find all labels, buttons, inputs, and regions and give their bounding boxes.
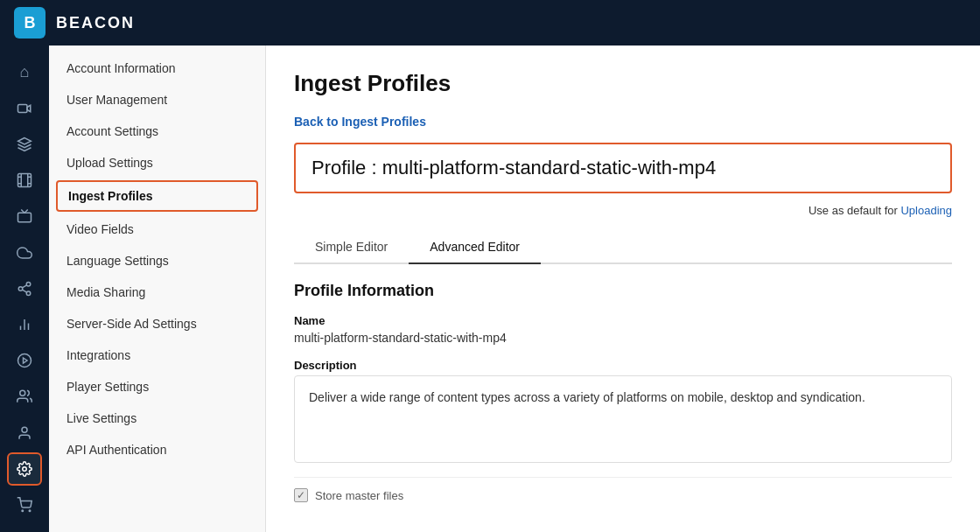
sidebar-icon-layers[interactable] [7, 128, 42, 160]
store-master-checkbox[interactable]: ✓ [294, 488, 308, 502]
checkmark-icon: ✓ [297, 489, 305, 501]
sidebar-item-account-information[interactable]: Account Information [49, 52, 265, 84]
sidebar-item-live-settings[interactable]: Live Settings [49, 402, 265, 434]
name-value: multi-platform-standard-static-with-mp4 [294, 331, 952, 345]
logo-icon: B [14, 7, 46, 38]
svg-point-24 [29, 510, 31, 512]
sidebar-icon-settings[interactable] [7, 452, 42, 485]
tab-advanced-editor[interactable]: Advanced Editor [409, 231, 541, 264]
sidebar-icon-users[interactable] [7, 381, 42, 413]
logo-text: BEACON [56, 14, 135, 32]
back-link[interactable]: Back to Ingest Profiles [294, 115, 952, 129]
svg-point-23 [22, 510, 24, 512]
store-master-label: Store master files [315, 489, 403, 502]
svg-marker-1 [18, 138, 32, 145]
sidebar-icon-cart[interactable] [7, 489, 42, 522]
sidebar-icon-analytics[interactable] [7, 308, 42, 340]
top-nav: B BEACON [0, 0, 980, 46]
sidebar-item-account-settings[interactable]: Account Settings [49, 116, 265, 147]
sidebar-icon-tv[interactable] [7, 200, 42, 233]
sidebar-item-api-authentication[interactable]: API Authentication [49, 434, 265, 466]
main-layout: ⌂ [0, 46, 980, 532]
svg-point-18 [18, 354, 32, 368]
svg-rect-9 [18, 214, 32, 223]
svg-point-11 [18, 287, 23, 291]
tab-simple-editor[interactable]: Simple Editor [294, 231, 409, 264]
sidebar-item-video-fields[interactable]: Video Fields [49, 214, 265, 245]
sidebar-item-integrations[interactable]: Integrations [49, 340, 265, 371]
svg-point-10 [26, 282, 31, 286]
svg-point-22 [23, 467, 27, 472]
sidebar-item-user-management[interactable]: User Management [49, 84, 265, 116]
tabs: Simple Editor Advanced Editor [294, 231, 952, 264]
svg-point-12 [26, 291, 31, 296]
sidebar-item-media-sharing[interactable]: Media Sharing [49, 276, 265, 308]
svg-rect-0 [18, 104, 28, 112]
profile-header-box: Profile : multi-platform-standard-static… [294, 143, 952, 193]
sidebar-item-server-side-ad-settings[interactable]: Server-Side Ad Settings [49, 308, 265, 340]
sidebar-item-ingest-profiles[interactable]: Ingest Profiles [56, 180, 258, 212]
name-label: Name [294, 314, 952, 327]
svg-line-14 [22, 285, 26, 288]
description-box: Deliver a wide range of content types ac… [294, 375, 952, 463]
text-sidebar: Account Information User Management Acco… [49, 46, 266, 532]
icon-sidebar: ⌂ [0, 46, 49, 532]
content-area: Ingest Profiles Back to Ingest Profiles … [266, 46, 980, 532]
description-label: Description [294, 359, 952, 372]
svg-line-13 [22, 290, 26, 292]
sidebar-item-language-settings[interactable]: Language Settings [49, 245, 265, 276]
sidebar-icon-user[interactable] [7, 416, 42, 449]
sidebar-icon-play[interactable] [7, 345, 42, 377]
sidebar-icon-cloud[interactable] [7, 236, 42, 269]
sidebar-item-upload-settings[interactable]: Upload Settings [49, 147, 265, 178]
svg-rect-2 [18, 174, 32, 187]
section-title: Profile Information [294, 282, 952, 300]
sidebar-icon-video[interactable] [7, 92, 42, 124]
svg-point-20 [20, 391, 25, 396]
svg-point-21 [22, 427, 27, 432]
page-title: Ingest Profiles [294, 70, 952, 97]
sidebar-item-player-settings[interactable]: Player Settings [49, 371, 265, 402]
sidebar-icon-home[interactable]: ⌂ [7, 56, 42, 88]
default-line: Use as default for Uploading [294, 204, 952, 217]
sidebar-icon-share[interactable] [7, 272, 42, 304]
svg-marker-19 [24, 358, 28, 363]
uploading-link[interactable]: Uploading [900, 204, 952, 217]
sidebar-icon-film[interactable] [7, 164, 42, 197]
store-master-row: ✓ Store master files [294, 477, 952, 502]
